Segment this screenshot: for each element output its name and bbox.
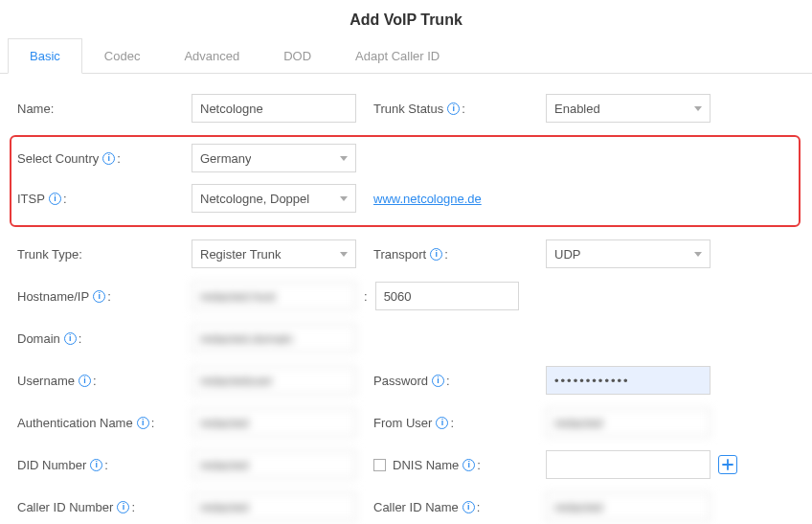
itsp-value: Netcologne, Doppel	[200, 192, 309, 206]
name-label: Name:	[17, 102, 192, 116]
port-separator: :	[356, 289, 375, 304]
tabs: Basic Codec Advanced DOD Adapt Caller ID	[0, 38, 812, 74]
caller-id-number-input[interactable]	[192, 492, 356, 521]
dnis-name-label-text: DNIS Name	[393, 458, 459, 472]
select-country-select[interactable]: Germany	[192, 144, 356, 172]
itsp-link[interactable]: www.netcologne.de	[373, 192, 482, 206]
from-user-input[interactable]	[546, 408, 710, 437]
chevron-down-icon	[694, 106, 702, 111]
caller-id-number-label-text: Caller ID Number	[17, 500, 113, 514]
tab-codec[interactable]: Codec	[82, 38, 163, 73]
country-itsp-highlight: Select Country i : Germany ITSP i : Netc…	[10, 135, 801, 227]
from-user-label: From User i :	[373, 416, 546, 430]
info-icon[interactable]: i	[462, 459, 475, 471]
info-icon[interactable]: i	[117, 501, 129, 513]
trunk-type-label: Trunk Type:	[17, 247, 192, 262]
caller-id-name-label-text: Caller ID Name	[373, 500, 459, 514]
trunk-status-label: Trunk Status i :	[373, 102, 546, 116]
username-label: Username i :	[17, 374, 192, 388]
name-input[interactable]	[192, 94, 356, 123]
itsp-label-text: ITSP	[17, 192, 45, 206]
did-number-label-text: DID Number	[17, 458, 86, 472]
add-did-button[interactable]	[718, 455, 737, 474]
dnis-name-label: DNIS Name i :	[373, 458, 546, 472]
password-input[interactable]	[546, 366, 710, 395]
did-number-label: DID Number i :	[17, 458, 192, 472]
trunk-type-select[interactable]: Register Trunk	[192, 239, 356, 268]
info-icon[interactable]: i	[79, 375, 91, 387]
page-title: Add VoIP Trunk	[0, 0, 812, 38]
info-icon[interactable]: i	[93, 290, 105, 303]
info-icon[interactable]: i	[64, 332, 77, 345]
dnis-checkbox[interactable]	[373, 459, 386, 471]
info-icon[interactable]: i	[447, 103, 460, 115]
from-user-label-text: From User	[373, 416, 432, 430]
tab-dod[interactable]: DOD	[261, 38, 333, 73]
port-input[interactable]	[375, 282, 519, 310]
select-country-label: Select Country i :	[17, 151, 192, 166]
hostname-label-text: Hostname/IP	[17, 289, 89, 304]
info-icon[interactable]: i	[432, 375, 444, 387]
trunk-type-value: Register Trunk	[200, 247, 282, 262]
username-input[interactable]	[192, 366, 356, 395]
domain-label-text: Domain	[17, 331, 60, 346]
tab-advanced[interactable]: Advanced	[162, 38, 261, 73]
trunk-type-label-text: Trunk Type:	[17, 247, 82, 262]
chevron-down-icon	[694, 252, 702, 257]
info-icon[interactable]: i	[137, 417, 149, 429]
trunk-status-select[interactable]: Enabled	[546, 94, 710, 123]
select-country-label-text: Select Country	[17, 151, 99, 166]
dnis-name-input[interactable]	[546, 450, 710, 479]
info-icon[interactable]: i	[49, 193, 61, 205]
transport-select[interactable]: UDP	[546, 239, 710, 268]
transport-value: UDP	[554, 247, 580, 262]
info-icon[interactable]: i	[102, 152, 115, 165]
caller-id-name-input[interactable]	[546, 492, 710, 521]
password-label: Password i :	[373, 374, 546, 388]
plus-icon	[722, 459, 733, 470]
itsp-label: ITSP i :	[17, 192, 192, 206]
hostname-label: Hostname/IP i :	[17, 289, 192, 304]
info-icon[interactable]: i	[436, 417, 448, 429]
chevron-down-icon	[340, 196, 348, 201]
tab-basic[interactable]: Basic	[8, 38, 82, 74]
select-country-value: Germany	[200, 151, 251, 166]
username-label-text: Username	[17, 374, 75, 388]
chevron-down-icon	[340, 252, 348, 257]
hostname-input[interactable]	[192, 282, 356, 310]
caller-id-number-label: Caller ID Number i :	[17, 500, 192, 514]
auth-name-label-text: Authentication Name	[17, 416, 133, 430]
transport-label-text: Transport	[373, 247, 426, 262]
info-icon[interactable]: i	[90, 459, 102, 471]
info-icon[interactable]: i	[430, 248, 442, 261]
trunk-status-value: Enabled	[554, 102, 600, 116]
info-icon[interactable]: i	[462, 501, 475, 513]
transport-label: Transport i :	[373, 247, 546, 262]
domain-input[interactable]	[192, 324, 356, 353]
itsp-select[interactable]: Netcologne, Doppel	[192, 184, 356, 213]
form-area: Name: Trunk Status i : Enabled Select Co…	[0, 74, 812, 524]
chevron-down-icon	[340, 156, 348, 161]
caller-id-name-label: Caller ID Name i :	[373, 500, 546, 514]
trunk-status-label-text: Trunk Status	[373, 102, 443, 116]
name-label-text: Name:	[17, 102, 54, 116]
auth-name-input[interactable]	[192, 408, 356, 437]
domain-label: Domain i :	[17, 331, 192, 346]
did-number-input[interactable]	[192, 450, 356, 479]
auth-name-label: Authentication Name i :	[17, 416, 192, 430]
tab-adapt-caller-id[interactable]: Adapt Caller ID	[333, 38, 462, 73]
password-label-text: Password	[373, 374, 428, 388]
